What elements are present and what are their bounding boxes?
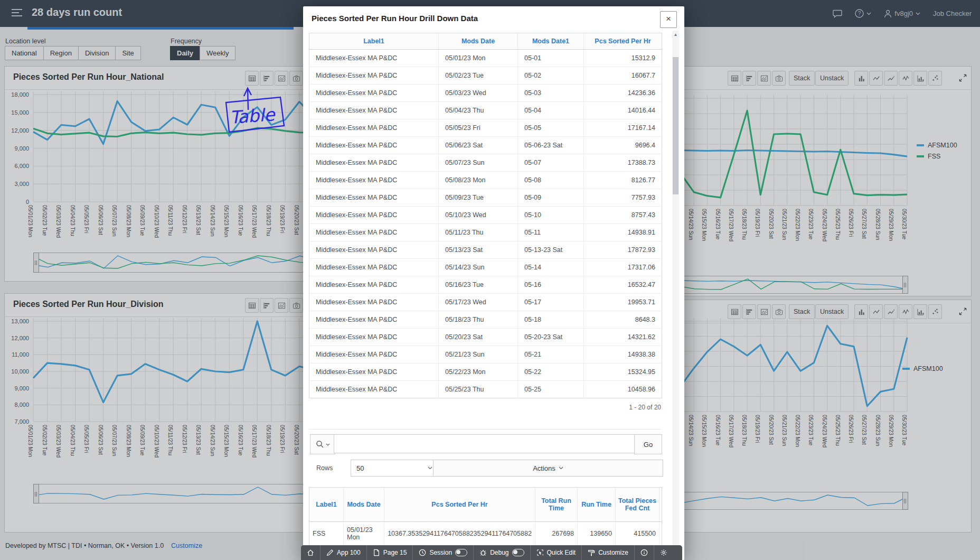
column-header[interactable]: Pcs Sorted Per Hr — [384, 488, 535, 521]
table-cell: 05-10 — [518, 207, 584, 223]
table-cell: FSS — [309, 522, 344, 545]
debug-button[interactable]: Debug — [474, 545, 530, 560]
table-cell: 05-16 — [518, 276, 584, 293]
table-cell: Middlesex-Essex MA P&DC — [309, 172, 439, 189]
table-row: Middlesex-Essex MA P&DC05/01/23 Mon05-01… — [309, 50, 662, 67]
info-icon — [640, 549, 648, 556]
table-row: Middlesex-Essex MA P&DC05/02/23 Tue05-02… — [309, 67, 662, 85]
table-cell: 05-21 — [518, 346, 584, 363]
table-cell: 05/06/23 Sat — [439, 137, 518, 154]
table-cell: 10458.96 — [584, 381, 662, 398]
table-row: Middlesex-Essex MA P&DC05/25/23 Thu05-25… — [309, 381, 662, 398]
quick-edit-button[interactable]: Quick Edit — [531, 545, 582, 560]
table-cell: Middlesex-Essex MA P&DC — [309, 119, 439, 136]
bug-icon — [479, 549, 487, 556]
table-cell: 10367.3535294117647058823529411764705882 — [384, 522, 535, 545]
table-cell: 8648.3 — [584, 311, 662, 328]
table-cell: Middlesex-Essex MA P&DC — [309, 363, 439, 380]
table-cell: 19953.71 — [584, 294, 662, 311]
table-cell: Middlesex-Essex MA P&DC — [309, 154, 439, 171]
table-cell: Middlesex-Essex MA P&DC — [309, 381, 439, 398]
table-cell: 05/05/23 Fri — [439, 119, 518, 136]
table-cell: 9696.4 — [584, 137, 662, 154]
table-cell: 14321.62 — [584, 329, 662, 346]
table-cell: Middlesex-Essex MA P&DC — [309, 329, 439, 346]
table-row: Middlesex-Essex MA P&DC05/07/23 Sun05-07… — [309, 154, 662, 172]
pagination-status: 1 - 20 of 20 — [309, 404, 666, 411]
table-cell: 05-13-23 Sat — [518, 241, 584, 258]
search-icon — [316, 440, 324, 449]
page-icon — [373, 549, 380, 556]
table-cell: 05/18/23 Thu — [439, 311, 518, 328]
column-header[interactable]: Mods Date — [344, 488, 384, 521]
page-button[interactable]: Page 15 — [367, 545, 413, 560]
table-row: Middlesex-Essex MA P&DC05/17/23 Wed05-17… — [309, 294, 662, 311]
customize-button[interactable]: Customize — [582, 545, 635, 560]
pencil-icon — [326, 549, 334, 556]
column-header[interactable]: Mods Date1 — [518, 33, 584, 49]
column-header[interactable]: Total Run Time — [535, 488, 578, 521]
table-cell: 05/20/23 Sat — [439, 329, 518, 346]
table-cell: 05/09/23 Tue — [439, 189, 518, 206]
go-button[interactable]: Go — [634, 434, 662, 454]
table-cell: 17388.73 — [584, 154, 662, 171]
table-cell: 7757.93 — [584, 189, 662, 206]
table-cell: 05-02 — [518, 67, 584, 84]
table-cell: 415500 — [616, 522, 659, 545]
table-cell: 05/07/23 Sun — [439, 154, 518, 171]
table-cell: 05/13/23 Sat — [439, 241, 518, 258]
table-cell: 16532.47 — [584, 276, 662, 293]
column-header[interactable]: Label1 — [309, 33, 439, 49]
table-cell: 17167.14 — [584, 119, 662, 136]
table-cell: Middlesex-Essex MA P&DC — [309, 241, 439, 258]
summary-header-row: Label1Mods DatePcs Sorted Per HrTotal Ru… — [309, 488, 662, 522]
table-row: FSS05/01/23 Mon10367.3535294117647058823… — [309, 522, 662, 545]
paint-roller-icon — [588, 549, 595, 556]
table-cell: 05-25 — [518, 381, 584, 398]
table-cell: 05-08 — [518, 172, 584, 189]
session-toggle[interactable] — [455, 549, 467, 556]
table-cell: 8126.77 — [584, 172, 662, 189]
table-cell: 267698 — [535, 522, 578, 545]
column-header[interactable]: Mods Date — [439, 33, 518, 49]
search-options-button[interactable] — [310, 434, 335, 454]
table-cell: 05-03 — [518, 85, 584, 101]
info-button[interactable] — [635, 545, 654, 560]
debug-toggle[interactable] — [512, 549, 524, 556]
report-header-row: Label1Mods DateMods Date1Pcs Sorted Per … — [309, 33, 662, 50]
table-cell: Middlesex-Essex MA P&DC — [309, 137, 439, 154]
table-cell: 139650 — [578, 522, 616, 545]
column-header[interactable]: Pcs Sorted Per Hr — [584, 33, 662, 49]
table-cell: 05-07 — [518, 154, 584, 171]
actions-menu-button[interactable]: Actions — [433, 460, 663, 477]
chevron-down-icon — [559, 466, 563, 470]
table-cell: 05-14 — [518, 259, 584, 276]
clock-icon — [419, 549, 426, 556]
rows-per-page-select[interactable]: 50 — [351, 460, 438, 477]
home-button[interactable] — [301, 545, 321, 560]
table-cell: Middlesex-Essex MA P&DC — [309, 346, 439, 363]
column-header[interactable]: Label1 — [309, 488, 344, 521]
table-row: Middlesex-Essex MA P&DC05/14/23 Sun05-14… — [309, 259, 662, 276]
drilldown-report-table: Label1Mods DateMods Date1Pcs Sorted Per … — [309, 33, 662, 398]
column-header[interactable]: Total Pieces Fed Cnt — [616, 488, 659, 521]
settings-button[interactable] — [654, 545, 673, 560]
table-cell: Middlesex-Essex MA P&DC — [309, 102, 439, 119]
table-cell: Middlesex-Essex MA P&DC — [309, 294, 439, 311]
column-header[interactable]: Run Time — [578, 488, 616, 521]
table-cell: Middlesex-Essex MA P&DC — [309, 224, 439, 241]
table-cell: 05/17/23 Wed — [439, 294, 518, 311]
table-cell: Middlesex-Essex MA P&DC — [309, 67, 439, 84]
search-input[interactable] — [334, 434, 635, 453]
table-row: Middlesex-Essex MA P&DC05/06/23 Sat05-06… — [309, 137, 662, 154]
app-button[interactable]: App 100 — [321, 545, 367, 560]
table-cell: Middlesex-Essex MA P&DC — [309, 276, 439, 293]
scrollbar-thumb[interactable] — [673, 57, 679, 194]
scrollbar-up-icon[interactable]: ▲ — [672, 31, 679, 39]
table-cell: 05/21/23 Sun — [439, 346, 518, 363]
session-button[interactable]: Session — [413, 545, 474, 560]
table-cell: 05/11/23 Thu — [439, 224, 518, 241]
table-row: Middlesex-Essex MA P&DC05/09/23 Tue05-09… — [309, 189, 662, 207]
close-icon[interactable]: × — [660, 11, 677, 28]
table-cell: 14938.38 — [584, 346, 662, 363]
